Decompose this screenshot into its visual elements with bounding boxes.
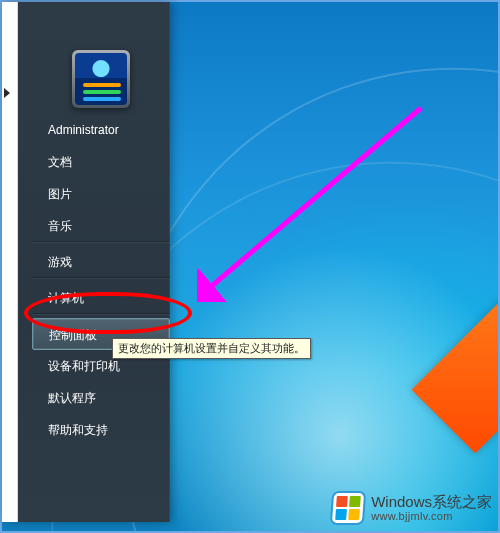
menu-item-games[interactable]: 游戏 — [32, 246, 170, 278]
screenshot-frame: Administrator 文档 图片 音乐 游戏 计算机 控制面板 设备和打印… — [0, 0, 500, 533]
menu-item-documents[interactable]: 文档 — [32, 146, 170, 178]
menu-item-default-programs[interactable]: 默认程序 — [32, 382, 170, 414]
menu-item-music[interactable]: 音乐 — [32, 210, 170, 242]
start-menu-right-list: Administrator 文档 图片 音乐 游戏 计算机 控制面板 设备和打印… — [32, 114, 170, 446]
menu-item-user[interactable]: Administrator — [32, 114, 170, 146]
control-panel-icon — [75, 53, 127, 105]
menu-item-pictures[interactable]: 图片 — [32, 178, 170, 210]
user-profile-tile[interactable] — [72, 50, 130, 108]
watermark-subtitle: www.bjjmlv.com — [371, 510, 492, 522]
control-panel-tooltip: 更改您的计算机设置并自定义其功能。 — [112, 338, 311, 359]
start-menu-left-sliver — [2, 2, 18, 522]
all-programs-arrow-icon[interactable] — [4, 88, 10, 98]
menu-item-help-support[interactable]: 帮助和支持 — [32, 414, 170, 446]
menu-item-computer[interactable]: 计算机 — [32, 282, 170, 314]
watermark-title: Windows系统之家 — [371, 494, 492, 511]
watermark: Windows系统之家 www.bjjmlv.com — [331, 491, 492, 525]
windows-logo-icon — [330, 491, 366, 525]
